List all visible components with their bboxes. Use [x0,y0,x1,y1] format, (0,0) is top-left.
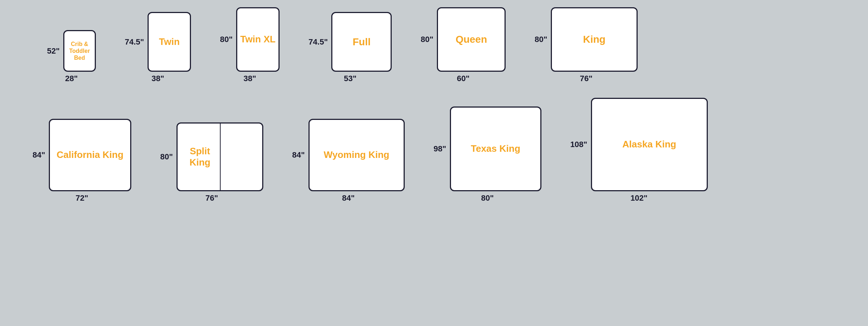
card-label-alaska-king: Alaska King [622,139,676,150]
bed-california-king: 84"California King72" [33,119,131,203]
bed-queen: 80"Queen60" [421,7,506,83]
height-label-twin: 74.5" [125,37,144,47]
height-label-texas-king: 98" [434,144,446,154]
bed-with-label-california-king: 84"California King [33,119,131,191]
height-label-crib: 52" [47,46,60,56]
bed-with-label-twin-xl: 80"Twin XL [220,7,280,72]
card-crib: Crib & Toddler Bed [63,30,96,72]
height-label-twin-xl: 80" [220,35,233,44]
height-label-wyoming-king: 84" [292,150,305,160]
split-line [220,124,221,190]
bed-with-label-crib: 52"Crib & Toddler Bed [47,30,96,72]
card-label-king: King [583,33,605,46]
card-label-full: Full [353,36,371,48]
bed-with-label-full: 74.5"Full [309,12,392,72]
card-label-twin: Twin [159,36,180,47]
width-label-wyoming-king: 84" [342,193,355,203]
bed-with-label-king: 80"King [535,7,638,72]
width-label-twin-xl: 38" [243,74,256,83]
width-label-full: 53" [344,74,357,83]
card-twin: Twin [148,12,191,72]
bed-split-king: 80"Split King76" [160,122,263,203]
width-label-alaska-king: 102" [630,193,647,203]
card-king: King [551,7,638,72]
row-1: 52"Crib & Toddler Bed28"74.5"Twin38"80"T… [11,7,857,83]
card-queen: Queen [437,7,506,72]
bed-with-label-wyoming-king: 84"Wyoming King [292,119,405,191]
card-label-texas-king: Texas King [471,143,520,154]
width-label-queen: 60" [457,74,469,83]
bed-with-label-split-king: 80"Split King [160,122,263,191]
height-label-full: 74.5" [309,37,328,47]
row-2: 84"California King72"80"Split King76"84"… [11,98,857,203]
card-full: Full [331,12,392,72]
height-label-queen: 80" [421,35,433,44]
main-layout: 52"Crib & Toddler Bed28"74.5"Twin38"80"T… [0,0,868,210]
card-label-wyoming-king: Wyoming King [324,149,390,160]
width-label-texas-king: 80" [481,193,494,203]
bed-alaska-king: 108"Alaska King102" [570,98,708,203]
card-split-king: Split King [176,122,263,191]
bed-texas-king: 98"Texas King80" [434,106,541,203]
height-label-king: 80" [535,35,547,44]
card-label-crib: Crib & Toddler Bed [64,41,95,62]
card-texas-king: Texas King [450,106,541,191]
width-label-california-king: 72" [76,193,88,203]
card-label-twin-xl: Twin XL [240,34,276,45]
card-twin-xl: Twin XL [236,7,280,72]
bed-wyoming-king: 84"Wyoming King84" [292,119,405,203]
height-label-alaska-king: 108" [570,140,587,149]
height-label-split-king: 80" [160,152,173,162]
card-label-queen: Queen [456,33,487,46]
bed-with-label-queen: 80"Queen [421,7,506,72]
bed-twin-xl: 80"Twin XL38" [220,7,280,83]
width-label-split-king: 76" [205,193,218,203]
height-label-california-king: 84" [33,150,45,160]
card-alaska-king: Alaska King [591,98,708,191]
width-label-king: 76" [580,74,592,83]
card-label-california-king: California King [56,149,123,160]
bed-twin: 74.5"Twin38" [125,12,191,83]
bed-full: 74.5"Full53" [309,12,392,83]
card-label-split-king: Split King [182,146,218,168]
width-label-twin: 38" [152,74,164,83]
width-label-crib: 28" [65,74,78,83]
card-california-king: California King [49,119,131,191]
card-wyoming-king: Wyoming King [309,119,405,191]
bed-crib: 52"Crib & Toddler Bed28" [47,30,96,83]
bed-king: 80"King76" [535,7,638,83]
bed-with-label-alaska-king: 108"Alaska King [570,98,708,191]
bed-with-label-texas-king: 98"Texas King [434,106,541,191]
bed-with-label-twin: 74.5"Twin [125,12,191,72]
